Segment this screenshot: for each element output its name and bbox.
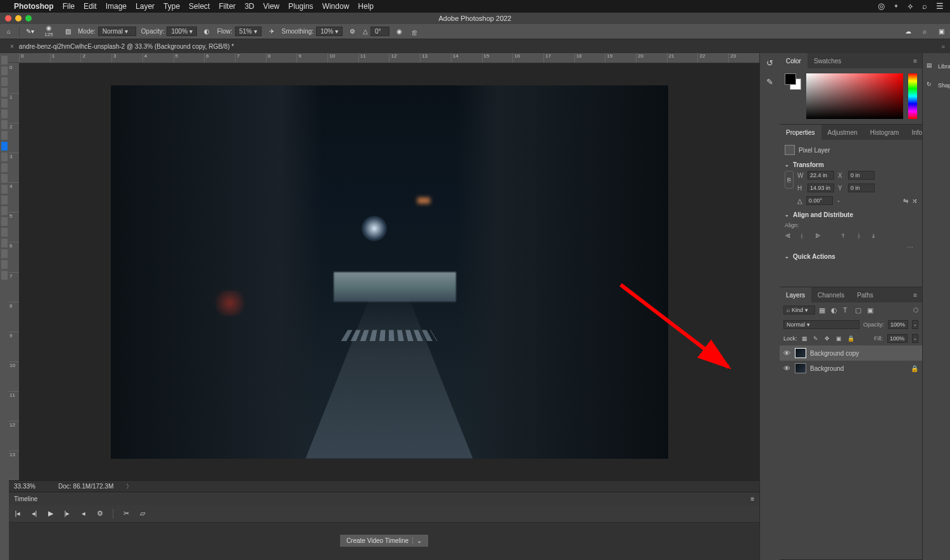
- prev-frame-icon[interactable]: ◂|: [30, 510, 38, 518]
- more-options-icon[interactable]: ⋯: [785, 244, 917, 251]
- play-icon[interactable]: ▶: [47, 510, 54, 518]
- color-panel-menu-icon[interactable]: ≡: [908, 58, 922, 65]
- menu-filter[interactable]: Filter: [218, 2, 236, 11]
- libraries-collapsed[interactable]: ▤Libra: [923, 57, 950, 76]
- lock-all-icon[interactable]: 🔒: [847, 335, 854, 342]
- history-icon[interactable]: ↺: [764, 58, 776, 67]
- timeline-menu-icon[interactable]: ≡: [750, 495, 754, 502]
- search-ps-icon[interactable]: ⌕: [920, 27, 930, 37]
- visibility-icon[interactable]: 👁: [783, 349, 791, 357]
- split-icon[interactable]: ✂: [122, 510, 130, 518]
- doc-size[interactable]: Doc: 86.1M/172.3M: [58, 483, 113, 490]
- selection-tool[interactable]: [1, 88, 8, 97]
- layer-row[interactable]: 👁 Background copy: [780, 345, 922, 361]
- link-dimensions-icon[interactable]: ⎘: [785, 171, 794, 189]
- stamp-tool[interactable]: [1, 152, 8, 161]
- size-pressure-icon[interactable]: ◉: [395, 27, 405, 37]
- eraser-tool[interactable]: [1, 174, 8, 183]
- app-name[interactable]: Photoshop: [14, 2, 54, 11]
- collapse-tabs-icon[interactable]: »: [941, 43, 950, 50]
- menu-edit[interactable]: Edit: [84, 2, 97, 11]
- blur-tool[interactable]: [1, 196, 8, 204]
- swatches-tab[interactable]: Swatches: [808, 53, 847, 68]
- canvas[interactable]: [19, 63, 759, 480]
- align-section[interactable]: ⌄Align and Distribute: [785, 209, 917, 221]
- gradient-tool[interactable]: [1, 185, 8, 194]
- mode-dropdown[interactable]: Normal ▾: [98, 27, 136, 36]
- create-video-timeline-button[interactable]: Create Video Timeline ⌄: [339, 534, 429, 547]
- close-tab-icon[interactable]: ×: [10, 43, 14, 50]
- align-vcenter-icon[interactable]: ⟊: [857, 232, 866, 241]
- path-tool[interactable]: [1, 239, 8, 247]
- filter-shape-icon[interactable]: ▢: [855, 306, 863, 314]
- menu-image[interactable]: Image: [106, 2, 127, 11]
- visibility-icon[interactable]: 👁: [783, 364, 791, 372]
- control-center-icon[interactable]: ☰: [936, 1, 944, 11]
- symmetry-icon[interactable]: ஐ: [410, 27, 420, 37]
- lock-position-icon[interactable]: ✥: [825, 335, 832, 342]
- foreground-background-color[interactable]: [785, 73, 801, 90]
- menu-help[interactable]: Help: [358, 2, 374, 11]
- workspace-icon[interactable]: ▣: [936, 27, 946, 37]
- layer-name[interactable]: Background: [810, 365, 844, 372]
- type-tool[interactable]: [1, 228, 8, 237]
- smoothing-field[interactable]: 10% ▾: [316, 27, 343, 36]
- bluetooth-icon[interactable]: ᛭: [894, 1, 899, 11]
- menu-select[interactable]: Select: [189, 2, 210, 11]
- audio-settings-icon[interactable]: ⚙: [96, 510, 104, 518]
- filter-type-icon[interactable]: T: [843, 306, 851, 314]
- properties-tab[interactable]: Properties: [780, 125, 821, 140]
- filter-toggle[interactable]: [913, 308, 918, 313]
- opacity-pressure-icon[interactable]: ◐: [202, 27, 212, 37]
- brush-preset-picker[interactable]: 125: [40, 24, 58, 39]
- height-field[interactable]: 14.93 in: [808, 184, 834, 192]
- move-tool[interactable]: [1, 56, 8, 65]
- lock-transparency-icon[interactable]: ▦: [802, 335, 809, 342]
- brush-tool[interactable]: [1, 142, 8, 151]
- filter-smart-icon[interactable]: ▣: [867, 306, 875, 314]
- filter-kind-dropdown[interactable]: ⌕ Kind ▾: [783, 306, 815, 314]
- hue-slider[interactable]: [908, 73, 917, 119]
- align-bottom-icon[interactable]: ⫰: [872, 232, 881, 241]
- align-left-icon[interactable]: ⫷: [785, 232, 794, 241]
- zoom-tool[interactable]: [1, 271, 8, 280]
- zoom-window-button[interactable]: [25, 15, 32, 22]
- filter-pixel-icon[interactable]: ▦: [819, 306, 827, 314]
- rotation-field[interactable]: 0.00°: [806, 196, 833, 205]
- next-frame-icon[interactable]: |▸: [63, 510, 71, 518]
- minimize-window-button[interactable]: [15, 15, 22, 22]
- search-icon[interactable]: ⌕: [922, 1, 927, 11]
- opacity-field[interactable]: 100% ▾: [167, 27, 196, 36]
- color-tab[interactable]: Color: [780, 53, 808, 68]
- document-tab[interactable]: × andre-benz-qi2hmCwlhcE-unsplash-2 @ 33…: [5, 41, 239, 52]
- marquee-tool[interactable]: [1, 66, 8, 75]
- lasso-tool[interactable]: [1, 77, 8, 86]
- filter-adjust-icon[interactable]: ◐: [831, 306, 839, 314]
- layer-opacity-field[interactable]: 100%: [888, 320, 908, 329]
- color-field[interactable]: [806, 73, 903, 119]
- prev-keyframe-icon[interactable]: ◂: [80, 510, 87, 518]
- histogram-tab[interactable]: Histogram: [864, 125, 906, 140]
- brush-tool-icon[interactable]: ✎▾: [25, 27, 35, 37]
- menu-3d[interactable]: 3D: [244, 2, 254, 11]
- airbrush-icon[interactable]: ✈: [267, 27, 277, 37]
- smoothing-options-icon[interactable]: ⚙: [348, 27, 358, 37]
- flip-h-icon[interactable]: ⇋: [903, 197, 908, 204]
- transition-icon[interactable]: ▱: [139, 510, 146, 518]
- menu-type[interactable]: Type: [163, 2, 180, 11]
- blend-mode-dropdown[interactable]: Normal ▾: [783, 320, 859, 329]
- menu-plugins[interactable]: Plugins: [288, 2, 313, 11]
- healing-tool[interactable]: [1, 131, 8, 140]
- chevron-down-icon[interactable]: ⌄: [412, 537, 422, 544]
- shape-tool[interactable]: [1, 249, 8, 258]
- crop-tool[interactable]: [1, 99, 8, 108]
- lock-pixels-icon[interactable]: ✎: [813, 335, 820, 342]
- pen-tool[interactable]: [1, 217, 8, 226]
- layer-thumbnail[interactable]: [795, 363, 806, 373]
- ruler-vertical[interactable]: 012345678910111213: [9, 63, 19, 480]
- eyedropper-tool[interactable]: [1, 120, 8, 129]
- hand-tool[interactable]: [1, 260, 8, 269]
- menu-window[interactable]: Window: [322, 2, 350, 11]
- menu-view[interactable]: View: [263, 2, 279, 11]
- layer-thumbnail[interactable]: [795, 348, 806, 358]
